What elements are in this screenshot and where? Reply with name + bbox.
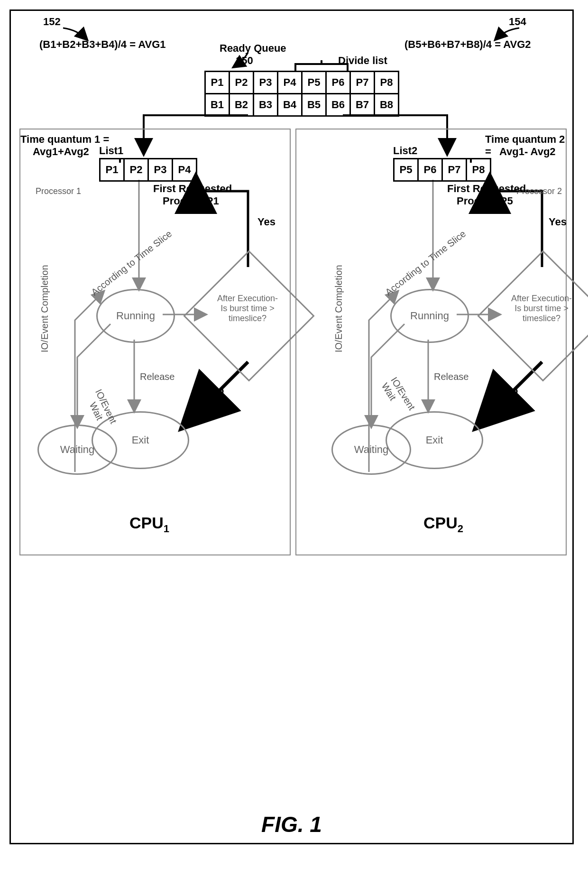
- processor-1-label: Processor 1: [36, 186, 81, 196]
- rq-p6: P6: [326, 72, 350, 94]
- avg2-formula: (B5+B6+B7+B8)/4 = AVG2: [404, 38, 531, 51]
- running-state-1: Running: [96, 289, 175, 343]
- rq-p3: P3: [254, 72, 278, 94]
- rq-b5: B5: [302, 94, 326, 116]
- release-edge-2: Release: [434, 371, 469, 382]
- ref-150: 150: [236, 55, 253, 67]
- cpu1-title: CPU1: [129, 514, 169, 535]
- yes-2: Yes: [549, 216, 567, 228]
- rq-p1: P1: [205, 72, 230, 94]
- rq-b3: B3: [254, 94, 278, 116]
- cpu2-title: CPU2: [423, 514, 463, 535]
- rq-p7: P7: [350, 72, 375, 94]
- ref-154: 154: [509, 16, 526, 28]
- divide-list-label: Divide list: [338, 55, 387, 67]
- waiting-state-1: Waiting: [37, 425, 117, 475]
- io-complete-edge-1: IO/Event Completion: [39, 265, 50, 352]
- diagram-frame: 152 154 (B1+B2+B3+B4)/4 = AVG1 (B5+B6+B7…: [9, 9, 574, 844]
- ready-queue-table: P1 P2 P3 P4 P5 P6 P7 P8 B1 B2 B3 B4 B5 B…: [204, 71, 399, 117]
- ref-152: 152: [43, 16, 61, 28]
- first2-l2: Process P5: [457, 195, 513, 207]
- release-edge-1: Release: [140, 371, 175, 382]
- rq-b7: B7: [350, 94, 375, 116]
- ready-queue-label: Ready Queue: [220, 42, 286, 55]
- first1-l2: Process P1: [163, 195, 219, 207]
- rq-b8: B8: [375, 94, 399, 116]
- rq-b6: B6: [326, 94, 350, 116]
- no-2: No: [504, 385, 518, 397]
- decision-text-2: After Execution-Is burst time >timeslice…: [496, 294, 587, 323]
- rq-b1: B1: [205, 94, 230, 116]
- no-1: No: [210, 385, 224, 397]
- rq-p8: P8: [375, 72, 399, 94]
- waiting-state-2: Waiting: [331, 425, 411, 475]
- avg1-formula: (B1+B2+B3+B4)/4 = AVG1: [39, 38, 166, 51]
- decision-text-1: After Execution-Is burst time >timeslice…: [202, 294, 293, 323]
- rq-p5: P5: [302, 72, 326, 94]
- first1-l1: First Requested: [153, 183, 232, 195]
- rq-p2: P2: [230, 72, 254, 94]
- rq-b4: B4: [278, 94, 302, 116]
- rq-b2: B2: [230, 94, 254, 116]
- first2-l1: First Requested: [447, 183, 526, 195]
- figure-caption: FIG. 1: [11, 812, 572, 837]
- running-state-2: Running: [390, 289, 469, 343]
- yes-1: Yes: [257, 216, 276, 228]
- io-complete-edge-2: IO/Event Completion: [333, 265, 344, 352]
- rq-p4: P4: [278, 72, 302, 94]
